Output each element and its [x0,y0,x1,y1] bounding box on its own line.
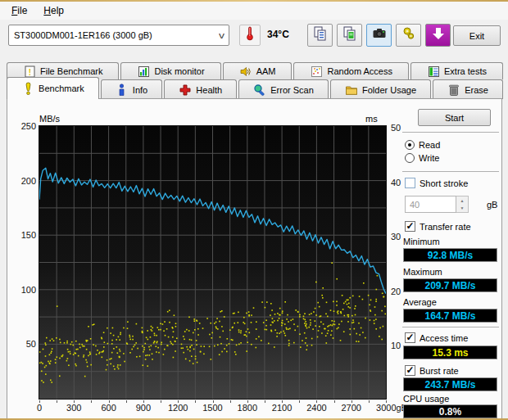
x-axis-tick [126,400,127,403]
copy-report-icon [312,25,329,45]
tab-label: Error Scan [270,85,314,95]
tab-extra-tests[interactable]: Extra tests [410,62,503,79]
info-icon [116,84,129,96]
menu-bar: File Help [0,2,508,20]
keys-icon [401,25,417,45]
maximum-label: Maximum [403,267,442,277]
read-radio-label: Read [419,140,440,150]
x-axis-tick [386,400,387,403]
x-axis-tick [213,400,214,403]
short-stroke-row[interactable]: Short stroke [405,178,468,188]
folder-icon [345,84,358,96]
copy-report-button[interactable] [307,24,333,47]
y-left-tick-label: 50 [15,339,36,349]
copy-image-button[interactable] [337,24,362,47]
benchmark-chart [39,125,387,400]
tab-label: Benchmark [39,84,84,93]
x-axis-tick [282,400,283,403]
write-radio-row[interactable]: Write [405,153,439,163]
transfer-rate-label: Transfer rate [420,222,471,232]
tab-strip: !File BenchmarkDisk monitorAAMRandom Acc… [0,61,508,98]
tab-info[interactable]: Info [101,79,163,99]
file-benchmark-icon: ! [23,65,36,78]
access-time-checkbox[interactable] [405,332,415,343]
access-time-row[interactable]: Access time [405,332,468,343]
burst-rate-row[interactable]: Burst rate [405,365,459,376]
average-label: Average [403,297,437,307]
menu-file[interactable]: File [5,3,34,18]
tab-benchmark[interactable]: Benchmark [7,77,99,99]
transfer-rate-row[interactable]: Transfer rate [405,221,471,232]
hd-tune-window: File Help ST3000DM001-1ER166 (3000 gB) v… [0,0,508,420]
magnifier-icon [253,84,266,96]
tab-label: Random Access [328,66,392,76]
cpu-usage-value: 0.8% [403,404,497,418]
tab-label: File Benchmark [40,66,102,76]
tab-disk-monitor[interactable]: Disk monitor [120,62,220,79]
options-button[interactable] [396,24,421,47]
x-tick-label: 2400 [298,403,334,413]
exit-button[interactable]: Exit [453,25,501,46]
x-axis-tick [334,400,335,403]
read-radio[interactable] [405,140,415,150]
tab-aam[interactable]: AAM [223,62,293,79]
y-right-tick-label: 30 [391,232,401,242]
y-left-tick-label: 200 [15,176,36,186]
x-tick-label: 900 [125,403,161,413]
spinner-up-icon[interactable]: ▲ [456,196,468,205]
y-left-axis-title: MB/s [39,114,60,124]
exclamation-icon [21,83,34,95]
tab-erase[interactable]: Erase [433,79,503,99]
tab-health[interactable]: Health [164,79,237,99]
temperature-button[interactable] [239,25,261,46]
write-radio-label: Write [419,153,439,163]
copy-image-icon [342,25,358,45]
start-button[interactable]: Start [418,109,491,126]
short-stroke-checkbox[interactable] [405,178,415,188]
tab-label: AAM [256,66,276,76]
panel-separator [402,327,499,327]
toolbar: ST3000DM001-1ER166 (3000 gB) v 34°C Exit [0,20,508,57]
speaker-icon [239,65,252,78]
tab-label: Health [196,85,222,95]
size-unit-label: gB [487,200,497,210]
tab-error-scan[interactable]: Error Scan [238,79,329,99]
y-right-tick-label: 10 [391,341,401,350]
save-results-button[interactable] [425,24,451,47]
tab-label: Extra tests [444,66,487,76]
cpu-usage-label: CPU usage [403,394,449,404]
chevron-down-icon: v [219,31,225,40]
x-axis-tick [74,400,75,403]
drive-select-dropdown[interactable]: ST3000DM001-1ER166 (3000 gB) v [8,25,229,46]
x-axis-tick [195,400,196,403]
x-axis-tick [369,400,370,403]
y-left-tick-label: 150 [15,230,36,240]
chart-canvas [39,126,386,399]
x-axis-tick [316,400,317,403]
write-radio[interactable] [405,153,415,163]
screenshot-button[interactable] [366,24,392,47]
random-access-icon [311,65,324,78]
x-tick-label: 600 [91,403,127,413]
short-stroke-label: Short stroke [420,178,468,188]
burst-rate-label: Burst rate [420,366,459,376]
svg-text:!: ! [28,67,30,76]
x-tick-label: 2100 [264,403,300,413]
disk-monitor-icon [137,65,150,78]
transfer-rate-checkbox[interactable] [405,221,415,232]
menu-help[interactable]: Help [37,3,70,18]
size-input[interactable]: 40 [405,196,456,213]
spinner-arrows[interactable]: ▲ ▼ [456,196,469,213]
spinner-down-icon[interactable]: ▼ [456,205,468,213]
burst-rate-value: 243.7 MB/s [403,377,497,391]
thermometer-icon [242,25,258,45]
tab-random-access[interactable]: Random Access [293,62,409,79]
tab-row-primary: BenchmarkInfoHealthError ScanFolder Usag… [7,79,503,99]
minimum-label: Minimum [403,237,440,246]
read-radio-row[interactable]: Read [405,140,440,150]
burst-rate-checkbox[interactable] [405,365,415,376]
tab-folder-usage[interactable]: Folder Usage [330,79,431,99]
x-axis-tick [57,400,57,403]
x-tick-label: 2700 [333,403,370,413]
tab-label: Info [133,85,147,95]
